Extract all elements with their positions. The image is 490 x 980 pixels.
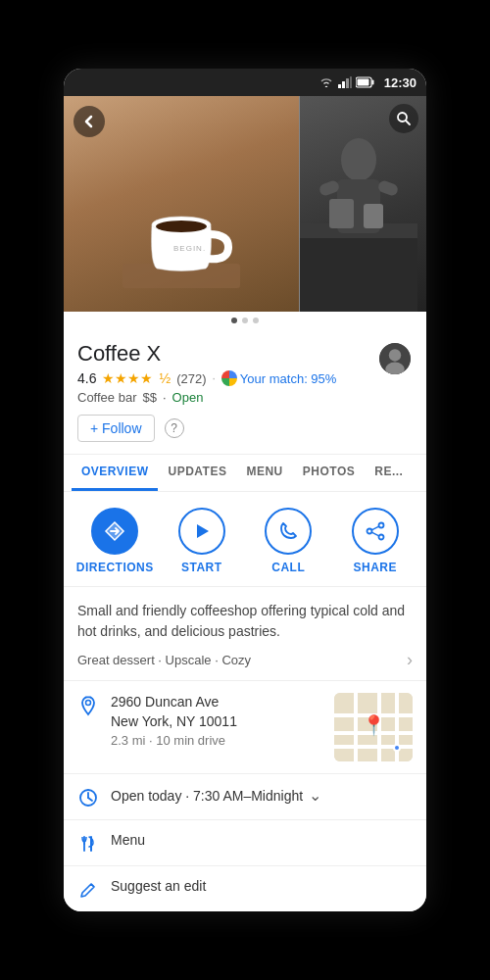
tabs-bar: OVERVIEW UPDATES MENU PHOTOS RE... [64,455,426,492]
svg-line-37 [91,884,94,887]
half-star-icon: ½ [159,370,171,386]
google-circle-icon [221,370,237,386]
svg-rect-20 [364,204,383,228]
photo-area: BEGIN. [64,96,426,312]
directions-icon [104,520,125,542]
map-road-v1 [354,693,358,761]
hours-content: Open today · 7:30 AM–Midnight ⌄ [111,786,413,805]
stars: ★★★★ [102,370,153,386]
tab-menu[interactable]: MENU [236,455,292,491]
pagination-dots [64,312,426,327]
address-line1: 2960 Duncan Ave [111,693,322,712]
svg-point-23 [385,363,405,376]
svg-line-29 [371,532,378,536]
call-button[interactable]: CALL [245,508,332,574]
cutlery-icon [77,834,99,854]
share-icon-circle [352,508,399,555]
directions-label: DIRECTIONS [76,561,154,574]
clock-icon [77,788,99,808]
dot-1 [231,318,237,323]
match-text: Your match: 95% [240,371,337,386]
edit-content: Suggest an edit [111,878,413,894]
directions-icon-circle [91,508,138,555]
svg-rect-1 [342,81,345,88]
call-icon [277,520,299,542]
svg-point-27 [367,529,371,534]
place-header: Coffee X 4.6 ★★★★ ½ (272) · Your match: … [64,327,426,455]
status-time: 12:30 [384,75,416,90]
start-label: START [181,561,222,574]
tags-row[interactable]: Great dessert · Upscale · Cozy › [77,650,413,670]
svg-point-9 [156,220,207,232]
map-road-v3 [395,693,399,761]
tab-updates[interactable]: UPDATES [158,455,236,491]
svg-rect-13 [300,233,417,312]
avatar [377,341,413,376]
svg-marker-24 [197,524,209,538]
svg-point-26 [378,535,383,540]
open-status: Open [172,390,204,405]
hours-text: Open today · 7:30 AM–Midnight [111,788,303,804]
dot-3 [253,318,259,323]
share-button[interactable]: SHARE [332,508,419,574]
svg-rect-6 [357,79,368,86]
svg-rect-0 [338,84,341,88]
menu-row[interactable]: Menu [64,820,426,866]
description-section: Small and friendly coffeeshop offering t… [64,587,426,681]
map-user-dot [393,744,401,752]
map-pin-icon: 📍 [362,713,386,737]
svg-point-22 [389,349,401,361]
chevron-right-icon: › [407,650,413,670]
action-buttons: DIRECTIONS START CALL [64,492,426,587]
tab-photos[interactable]: PHOTOS [293,455,365,491]
svg-rect-2 [346,78,349,88]
rating-row: 4.6 ★★★★ ½ (272) · Your match: 95% [77,370,336,386]
start-icon-circle [178,508,225,555]
address-content: 2960 Duncan Ave New York, NY 10011 2.3 m… [111,693,322,748]
hours-row[interactable]: Open today · 7:30 AM–Midnight ⌄ [64,774,426,820]
chevron-down-icon: ⌄ [309,786,321,805]
reviews-count: (272) [176,371,206,386]
svg-point-30 [86,701,91,706]
phone-frame: 12:30 [64,69,426,911]
call-icon-circle [265,508,312,555]
directions-button[interactable]: DIRECTIONS [72,508,159,574]
follow-row: + Follow ? [77,415,413,446]
dot-2 [242,318,248,323]
place-name: Coffee X [77,341,336,367]
distance-text: 2.3 mi · 10 min drive [111,733,322,748]
description-text: Small and friendly coffeeshop offering t… [77,601,413,642]
pencil-icon [77,880,99,900]
tab-overview[interactable]: OVERVIEW [72,455,158,491]
battery-icon [356,76,375,88]
rating-number: 4.6 [77,370,96,386]
follow-button[interactable]: + Follow [77,415,155,442]
place-type: Coffee bar [77,390,136,405]
edit-row[interactable]: Suggest an edit [64,866,426,911]
svg-text:BEGIN.: BEGIN. [173,244,206,253]
svg-line-28 [371,526,378,530]
share-label: SHARE [353,561,397,574]
menu-content: Menu [111,832,413,848]
price-range: $$ [142,390,156,405]
place-type-row: Coffee bar $$ · Open [77,390,336,405]
start-button[interactable]: START [159,508,246,574]
call-label: CALL [271,561,305,574]
signal-icon [338,76,352,88]
main-photo: BEGIN. [64,96,299,312]
start-icon [191,520,213,542]
location-icon [77,695,99,716]
secondary-photo [299,96,426,312]
svg-point-25 [378,523,383,528]
coffee-mug: BEGIN. [122,180,240,292]
tab-reviews[interactable]: RE... [365,455,413,491]
edit-text: Suggest an edit [111,878,206,894]
address-row[interactable]: 2960 Duncan Ave New York, NY 10011 2.3 m… [64,681,426,774]
help-icon[interactable]: ? [165,418,184,438]
menu-text: Menu [111,832,145,848]
svg-rect-5 [371,80,373,85]
svg-rect-19 [329,199,354,228]
share-icon [365,520,386,542]
back-button[interactable] [74,106,105,137]
map-thumbnail[interactable]: 📍 [334,693,413,761]
